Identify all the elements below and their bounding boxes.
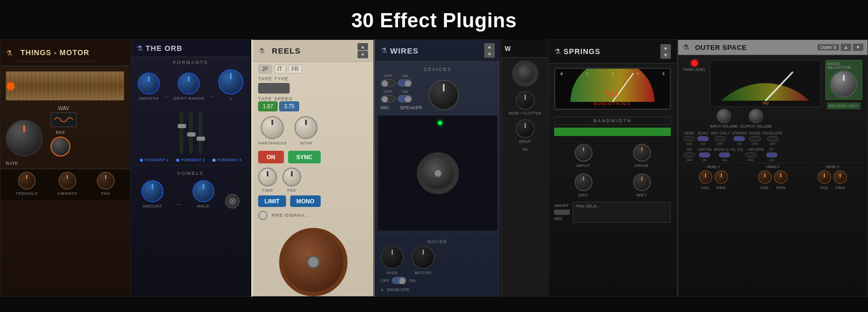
lang-it[interactable]: IT <box>274 65 286 74</box>
tape-speed-section: TAPE SPEED 1.87 3.75 <box>253 95 373 113</box>
springs-input-knob[interactable] <box>575 144 593 162</box>
wires-scroll[interactable]: ▲ ▼ <box>484 43 495 58</box>
tape-speed-187[interactable]: 1.87 <box>258 101 278 111</box>
reels-header: ⚗ REELS ▲ ▼ <box>253 40 373 62</box>
speaker-on-toggle[interactable] <box>397 95 412 102</box>
springs-scroll-up[interactable]: ▲ <box>660 44 671 51</box>
limit-button[interactable]: LIMIT <box>258 195 286 207</box>
wet-only-switch[interactable] <box>714 136 726 141</box>
pre-delay-display: PRE DELA... <box>573 202 671 223</box>
noise-switch[interactable] <box>749 136 761 141</box>
mode-selector: MODE SELECTOR <box>825 60 862 100</box>
tremolo-knob[interactable] <box>18 172 36 190</box>
pan-knob[interactable] <box>97 172 115 190</box>
echo-switch[interactable] <box>697 136 709 141</box>
slider2[interactable] <box>189 111 192 153</box>
outer-scroll-up[interactable]: ▲ <box>841 44 851 51</box>
switch-row-2: HZ OFF LIMITER ON MONO (L+R) ON EQ → REV… <box>681 147 865 163</box>
motor-knob[interactable] <box>412 246 435 269</box>
springs-scroll[interactable]: ▲ ▼ <box>660 44 671 59</box>
wet-only-off-label: OFF <box>717 142 723 145</box>
vibrato-knob[interactable] <box>58 172 76 190</box>
on-toggle-group2: ON <box>397 89 412 102</box>
wires-noise-toggle[interactable] <box>392 277 406 284</box>
mono-button[interactable]: MONO <box>290 195 321 207</box>
head3-vol-knob[interactable] <box>818 170 831 184</box>
springs-scroll-down[interactable]: ▼ <box>660 51 671 59</box>
harshness-knob[interactable] <box>261 116 284 139</box>
things-motor-mix-label: MIX <box>56 130 65 135</box>
head1-vol-knob[interactable] <box>699 170 712 184</box>
feedback-knob[interactable] <box>282 168 301 186</box>
edit-knob[interactable] <box>225 194 240 209</box>
things-motor-mix-knob[interactable] <box>50 137 70 157</box>
springs-drive-knob[interactable] <box>633 144 651 162</box>
on-button[interactable]: ON <box>258 151 284 163</box>
wires-scroll-down[interactable]: ▼ <box>484 50 495 58</box>
wires-reel <box>417 152 459 194</box>
sync-button[interactable]: SYNC <box>288 151 321 163</box>
smooth-knob[interactable] <box>138 72 160 95</box>
head2-vol-knob[interactable] <box>758 170 772 184</box>
the-orb-title: THE ORB <box>146 44 182 53</box>
scroll-up[interactable]: ▲ <box>358 43 368 50</box>
wires-scroll-up[interactable]: ▲ <box>484 43 495 50</box>
slider2-wrap <box>189 106 192 153</box>
things-motor-rate-knob[interactable] <box>6 120 43 157</box>
the-orb-header: ⚗ THE ORB <box>131 40 250 57</box>
mic-off-toggle[interactable] <box>381 79 395 87</box>
springs-dry-knob[interactable] <box>575 173 593 191</box>
tape-speed-375[interactable]: 3.75 <box>279 101 299 111</box>
pre-emph-toggle[interactable] <box>258 211 268 220</box>
springs-predelay: SHORT DEC PRE DELA... <box>549 200 676 224</box>
input-vol-knob[interactable] <box>717 109 731 123</box>
lang-jp[interactable]: JP <box>258 65 272 74</box>
springs-wet-label: WET <box>637 193 647 197</box>
eq-reverb-switch[interactable] <box>745 152 757 158</box>
wires-main-knob[interactable] <box>428 80 459 110</box>
wow-knob[interactable] <box>294 116 318 139</box>
on-toggle-group1: ON <box>397 74 412 87</box>
orb-sliders <box>131 103 250 156</box>
bandwidth-bar <box>554 128 671 136</box>
limiter-switch[interactable] <box>699 152 710 158</box>
time-label: TIME <box>262 188 273 193</box>
male-knob[interactable] <box>192 180 215 202</box>
head3-pan-knob[interactable] <box>833 170 847 184</box>
head1-pan-knob[interactable] <box>714 170 728 184</box>
stereo-switch[interactable] <box>733 136 745 141</box>
drop-knob[interactable] <box>516 119 535 138</box>
formant-main-knob[interactable] <box>218 69 243 95</box>
short-button[interactable] <box>554 210 570 215</box>
output-vol-knob[interactable] <box>749 109 763 123</box>
scroll-down[interactable]: ▼ <box>358 51 368 58</box>
st-switch[interactable] <box>766 152 778 158</box>
send-switch[interactable] <box>683 136 695 141</box>
wow-flutter-knob[interactable] <box>516 91 535 110</box>
vu-arc-svg <box>565 68 660 105</box>
feedback-label: FEE <box>287 188 296 193</box>
slider3[interactable] <box>199 111 202 153</box>
mic-on-toggle[interactable] <box>397 79 412 87</box>
wires-icon: ⚗ <box>381 46 387 55</box>
off-toggle-group2: OFF <box>381 89 395 102</box>
lang-fr[interactable]: FR <box>288 65 302 74</box>
springs-wet-knob[interactable] <box>633 173 651 191</box>
outer-scroll-down[interactable]: ▼ <box>853 44 863 51</box>
tape-selector-bar[interactable] <box>258 83 290 93</box>
amount-knob[interactable] <box>141 180 164 202</box>
head2-pan-knob[interactable] <box>774 170 788 184</box>
slider1[interactable] <box>180 111 183 153</box>
drift-range-knob[interactable] <box>178 72 200 95</box>
wires-off-label: OFF <box>381 278 389 283</box>
speaker-off-toggle[interactable] <box>381 95 395 102</box>
time-knob[interactable] <box>258 168 277 186</box>
envelope-switch[interactable] <box>767 136 779 141</box>
hz-switch[interactable] <box>683 152 695 158</box>
hiss-knob[interactable] <box>381 246 404 269</box>
things-motor-wave-display[interactable] <box>50 112 77 127</box>
svg-point-1 <box>231 200 233 202</box>
reels-scroll[interactable]: ▲ ▼ <box>358 43 368 58</box>
mode-selector-knob[interactable] <box>830 70 857 98</box>
mono-lr-switch[interactable] <box>719 152 730 158</box>
